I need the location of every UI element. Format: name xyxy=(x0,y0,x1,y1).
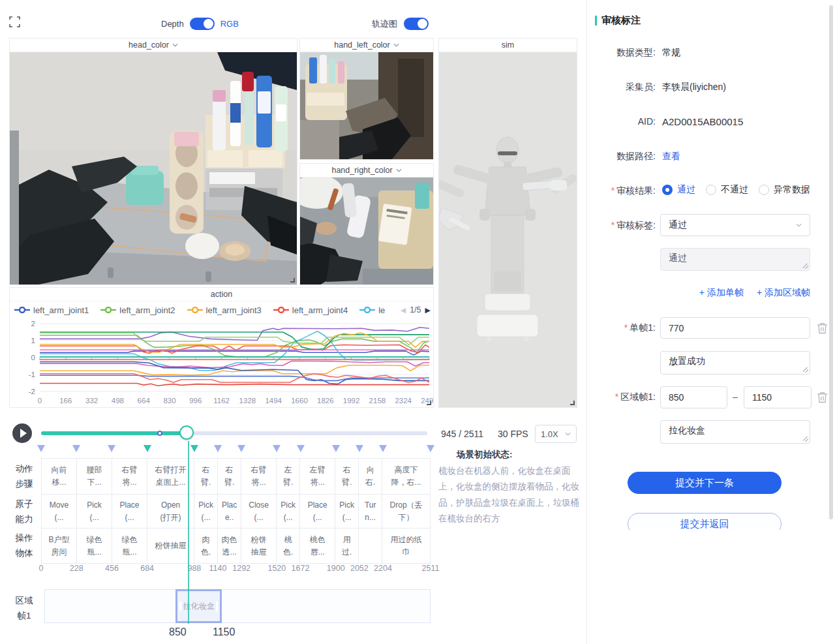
region-end-input[interactable]: 1150 xyxy=(744,386,812,408)
step-marker-triangle[interactable] xyxy=(427,445,434,452)
step-marker-triangle[interactable] xyxy=(214,445,222,452)
playback-slider[interactable] xyxy=(41,431,427,435)
region-frame-track[interactable]: 拉化妆盒 xyxy=(44,589,431,623)
head-camera-image xyxy=(10,52,297,284)
table-cell-ability: Plac e.. xyxy=(218,495,241,528)
trajectory-toggle[interactable] xyxy=(404,18,429,30)
add-single-frame-link[interactable]: + 添加单帧 xyxy=(699,287,744,299)
table-cell-step: 高度下 降，右... xyxy=(382,459,430,494)
legend-item[interactable]: left_arm_joint2 xyxy=(100,305,175,315)
hand-right-camera-panel: hand_right_color xyxy=(299,163,434,285)
frame-axis-label: 456 xyxy=(105,564,119,573)
legend-line-icon xyxy=(273,307,289,313)
action-chart-title: action xyxy=(211,290,232,299)
radio-unselected-icon[interactable] xyxy=(706,185,716,195)
step-marker-triangle[interactable] xyxy=(37,445,45,452)
panel-resize-handle[interactable] xyxy=(570,401,575,405)
fps-indicator: 30 FPS xyxy=(498,429,528,439)
action-steps-row: 向前 移...腰部 下...右臂 将...右臂打开 桌面上...右 臂.右 臂.… xyxy=(42,459,430,494)
svg-text:332: 332 xyxy=(85,397,98,405)
scrollbar-thumb[interactable] xyxy=(829,5,833,519)
play-icon xyxy=(20,429,27,438)
step-marker-triangle[interactable] xyxy=(190,445,198,452)
table-cell-step: 右 臂. xyxy=(335,459,359,494)
aid-label: AID: xyxy=(595,116,656,127)
step-marker-triangle[interactable] xyxy=(356,445,363,452)
legend-item[interactable]: left_arm_joint4 xyxy=(273,305,348,315)
radio-label: 通过 xyxy=(677,184,695,196)
depth-rgb-toggle[interactable] xyxy=(190,18,215,30)
row-label-atomic-ability: 原子 能力 xyxy=(9,497,39,527)
single-frame-input[interactable]: 770 xyxy=(660,317,810,339)
radio-unselected-icon[interactable] xyxy=(759,185,769,195)
data-path-view-link[interactable]: 查看 xyxy=(662,151,680,162)
delete-region-frame-icon[interactable] xyxy=(817,391,828,403)
svg-text:2490: 2490 xyxy=(421,397,433,405)
table-cell-object: 用 过. xyxy=(335,529,359,563)
review-panel: 审核标注 数据类型: 常规 采集员: 李轶晨(liyichen) AID: A2… xyxy=(587,0,835,530)
svg-text:-1: -1 xyxy=(29,371,35,378)
radio-option-通过[interactable]: 通过 xyxy=(662,184,695,196)
legend-item[interactable]: le xyxy=(359,305,385,315)
single-frame-desc-textarea[interactable]: 放置成功 xyxy=(660,351,810,375)
frame-axis-label: 2052 xyxy=(350,564,369,573)
table-cell-object: 粉饼 抽屉 xyxy=(241,529,277,563)
add-region-frame-link[interactable]: + 添加区域帧 xyxy=(757,287,810,299)
speed-select[interactable]: 1.0X xyxy=(535,425,577,443)
step-marker-triangle[interactable] xyxy=(332,445,340,452)
step-marker-triangle[interactable] xyxy=(297,445,305,452)
table-cell-ability: Pick (... xyxy=(335,495,359,528)
table-cell-step: 右臂 将... xyxy=(112,459,147,494)
play-button[interactable] xyxy=(12,423,32,443)
legend-next-icon[interactable]: ▶ xyxy=(425,306,431,314)
data-type-label: 数据类型: xyxy=(595,47,656,59)
row-label-objects: 操作 物体 xyxy=(9,531,39,561)
panel-resize-handle[interactable] xyxy=(290,278,295,283)
frame-axis-label: 988 xyxy=(187,564,201,573)
table-cell-ability: Pick (... xyxy=(277,495,300,528)
table-cell-ability: Place (... xyxy=(300,495,335,528)
region-start-input[interactable]: 850 xyxy=(660,386,727,408)
legend-prev-icon[interactable]: ◀ xyxy=(401,306,406,314)
radio-option-不通过[interactable]: 不通过 xyxy=(706,184,748,196)
hand-left-camera-header[interactable]: hand_left_color xyxy=(300,38,433,52)
step-marker-triangle[interactable] xyxy=(237,445,245,452)
submit-next-button[interactable]: 提交并下一条 xyxy=(628,472,782,494)
row-label-action-steps: 动作 步骤 xyxy=(9,462,39,492)
svg-text:2: 2 xyxy=(31,320,35,328)
depth-label: Depth xyxy=(161,19,184,29)
table-cell-object: 肉 色. xyxy=(194,529,218,563)
svg-text:996: 996 xyxy=(189,397,202,405)
region-frame-box[interactable]: 拉化妆盒 xyxy=(175,589,222,623)
playhead-line[interactable] xyxy=(188,441,189,624)
radio-option-异常数据[interactable]: 异常数据 xyxy=(759,184,810,196)
step-marker-triangle[interactable] xyxy=(144,445,151,452)
fullscreen-icon[interactable] xyxy=(9,16,20,27)
legend-item[interactable]: left_arm_joint3 xyxy=(187,305,262,315)
radio-selected-icon[interactable] xyxy=(662,185,673,195)
step-marker-triangle[interactable] xyxy=(108,445,115,452)
head-camera-header[interactable]: head_color xyxy=(10,38,297,52)
hand-right-camera-header[interactable]: hand_right_color xyxy=(300,164,433,177)
slider-handle[interactable] xyxy=(179,425,194,440)
legend-item[interactable]: left_arm_joint1 xyxy=(14,305,89,315)
step-marker-triangle[interactable] xyxy=(273,445,281,452)
single-frame-marker-dot[interactable] xyxy=(157,431,162,436)
rgb-label: RGB xyxy=(220,19,239,29)
delete-single-frame-icon[interactable] xyxy=(817,322,828,334)
region-desc-textarea[interactable]: 拉化妆盒 xyxy=(660,420,810,444)
action-chart-header: action xyxy=(10,288,433,301)
step-marker-triangle[interactable] xyxy=(379,445,387,452)
step-marker-triangle[interactable] xyxy=(72,445,80,452)
region-resize-handle-left[interactable] xyxy=(179,601,181,611)
hand-right-camera-title: hand_right_color xyxy=(331,166,392,175)
svg-text:830: 830 xyxy=(163,397,175,405)
submit-return-button[interactable]: 提交并返回 xyxy=(628,513,782,530)
table-cell-step: 左 臂. xyxy=(277,459,300,494)
region-resize-handle-right[interactable] xyxy=(216,601,218,611)
action-line-chart: 210-1-2016633249866483099611621328149416… xyxy=(10,318,433,407)
data-type-value: 常规 xyxy=(662,47,680,59)
review-tag-select[interactable]: 通过 xyxy=(660,214,810,236)
review-tag-note-textarea[interactable]: 通过 xyxy=(660,248,810,271)
collector-label: 采集员: xyxy=(595,82,656,93)
